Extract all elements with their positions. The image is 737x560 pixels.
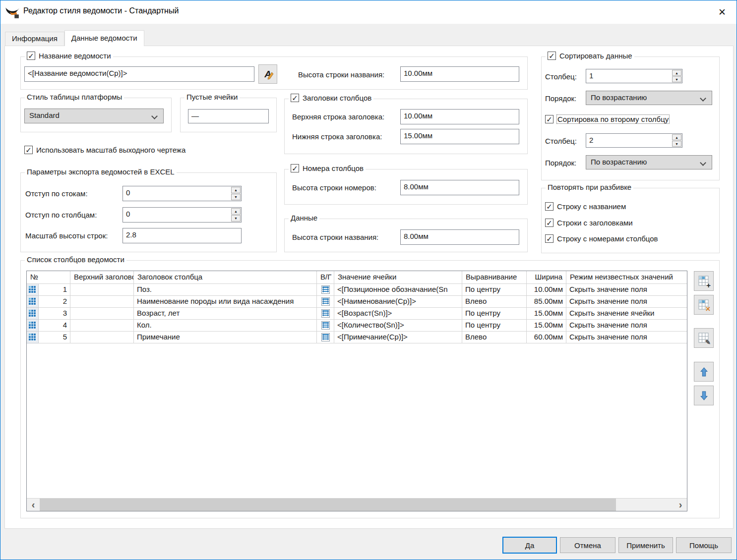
table-row[interactable]: 4Кол.<[Количество(Sn)]>По центру15.00ммС… bbox=[27, 320, 687, 332]
cell-mode[interactable]: Скрыть значение поля bbox=[566, 284, 687, 296]
cell-vg[interactable] bbox=[317, 320, 334, 332]
column-numbers-checkbox[interactable]: ✓ bbox=[291, 164, 299, 172]
sort-column1-spinner[interactable]: 1 ▲ ▼ bbox=[586, 69, 682, 83]
cell-top-header[interactable] bbox=[70, 296, 134, 308]
sort-data-checkbox[interactable]: ✓ bbox=[548, 52, 556, 60]
col-header-vg[interactable]: В/Г bbox=[317, 271, 334, 284]
delete-column-button[interactable]: ✕ bbox=[694, 295, 714, 315]
cell-value[interactable]: <[Количество(Sn)]> bbox=[334, 320, 462, 332]
spin-down-icon[interactable]: ▼ bbox=[231, 194, 241, 200]
repeat-title-checkbox[interactable]: ✓ bbox=[545, 202, 553, 211]
col-header-mode[interactable]: Режим неизвестных значений bbox=[566, 271, 687, 284]
row-header-cell[interactable] bbox=[27, 320, 39, 332]
cell-value[interactable]: <[Возраст(Sn)]> bbox=[334, 308, 462, 320]
column-headers-checkbox[interactable]: ✓ bbox=[291, 94, 299, 102]
spin-up-icon[interactable]: ▲ bbox=[672, 70, 681, 76]
cell-header[interactable]: Кол. bbox=[134, 320, 317, 332]
col-offset-spinner[interactable]: 0 ▲ ▼ bbox=[123, 207, 242, 223]
repeat-numbers-checkbox[interactable]: ✓ bbox=[545, 234, 553, 243]
spin-down-icon[interactable]: ▼ bbox=[672, 76, 681, 82]
row-height-scale-input[interactable]: 2.8 bbox=[123, 228, 242, 243]
bottom-header-row-input[interactable]: 15.00мм bbox=[400, 129, 519, 144]
sort-order1-select[interactable]: По возрастанию bbox=[586, 91, 712, 105]
spin-up-icon[interactable]: ▲ bbox=[672, 134, 681, 140]
tab-report-data[interactable]: Данные ведомости bbox=[64, 30, 144, 46]
use-output-scale-checkbox[interactable]: ✓ bbox=[24, 146, 33, 154]
horizontal-scrollbar[interactable]: ‹ › bbox=[27, 498, 687, 511]
sort-column2-spinner[interactable]: 2 ▲ ▼ bbox=[586, 133, 682, 148]
cell-mode[interactable]: Скрыть значение поля bbox=[566, 332, 687, 343]
cell-width[interactable]: 10.00мм bbox=[527, 284, 566, 296]
cancel-button[interactable]: Отмена bbox=[560, 537, 615, 553]
cell-header[interactable]: Поз. bbox=[134, 284, 317, 296]
report-name-checkbox[interactable]: ✓ bbox=[27, 52, 35, 60]
spin-down-icon[interactable]: ▼ bbox=[231, 215, 241, 222]
move-down-button[interactable] bbox=[694, 386, 714, 405]
add-column-button[interactable]: + bbox=[694, 271, 714, 291]
sort-order2-select[interactable]: По возрастанию bbox=[586, 155, 712, 169]
table-row[interactable]: 2Наименование породы или вида насаждения… bbox=[27, 296, 687, 308]
row-header-cell[interactable] bbox=[27, 332, 39, 343]
scrollbar-thumb[interactable] bbox=[40, 499, 616, 511]
scroll-right-icon[interactable]: › bbox=[674, 499, 687, 511]
cell-width[interactable]: 15.00мм bbox=[527, 308, 566, 320]
spin-up-icon[interactable]: ▲ bbox=[231, 208, 241, 215]
cell-align[interactable]: Влево bbox=[462, 332, 527, 343]
cell-top-header[interactable] bbox=[70, 308, 134, 320]
cell-top-header[interactable] bbox=[70, 284, 134, 296]
cell-width[interactable]: 85.00мм bbox=[527, 296, 566, 308]
cell-vg[interactable] bbox=[317, 296, 334, 308]
cell-num[interactable]: 5 bbox=[39, 332, 70, 343]
cell-top-header[interactable] bbox=[70, 332, 134, 343]
scroll-left-icon[interactable]: ‹ bbox=[27, 499, 40, 511]
cell-mode[interactable]: Скрыть значение поля bbox=[566, 320, 687, 332]
numbers-row-height-input[interactable]: 8.00мм bbox=[400, 180, 519, 195]
table-row[interactable]: 1Поз.<[Позиционное обозначание(SnПо цент… bbox=[27, 284, 687, 296]
row-header-cell[interactable] bbox=[27, 308, 39, 320]
empty-cells-input[interactable]: — bbox=[188, 109, 269, 123]
cell-vg[interactable] bbox=[317, 284, 334, 296]
row-offset-spinner[interactable]: 0 ▲ ▼ bbox=[123, 186, 242, 201]
cell-header[interactable]: Примечание bbox=[134, 332, 317, 343]
cell-num[interactable]: 1 bbox=[39, 284, 70, 296]
table-row[interactable]: 5Примечание<[Примечание(Ср)]>Влево60.00м… bbox=[27, 332, 687, 343]
report-name-input[interactable]: <[Название ведомости(Ср)]> bbox=[24, 66, 254, 82]
top-header-row-input[interactable]: 10.00мм bbox=[400, 109, 519, 124]
col-header-width[interactable]: Ширина bbox=[527, 271, 566, 284]
cell-header[interactable]: Возраст, лет bbox=[134, 308, 317, 320]
cell-num[interactable]: 4 bbox=[39, 320, 70, 332]
cell-width[interactable]: 15.00мм bbox=[527, 320, 566, 332]
table-row[interactable]: 3Возраст, лет<[Возраст(Sn)]>По центру15.… bbox=[27, 308, 687, 320]
cell-num[interactable]: 2 bbox=[39, 296, 70, 308]
cell-num[interactable]: 3 bbox=[39, 308, 70, 320]
col-header-top-header[interactable]: Верхний заголовок bbox=[70, 271, 134, 284]
move-up-button[interactable] bbox=[694, 362, 714, 382]
font-button[interactable]: A bbox=[258, 64, 277, 84]
data-row-height-input[interactable]: 8.00мм bbox=[400, 229, 519, 245]
platform-style-select[interactable]: Standard bbox=[24, 109, 164, 123]
row-header-cell[interactable] bbox=[27, 296, 39, 308]
col-header-header[interactable]: Заголовок столбца bbox=[134, 271, 317, 284]
row-header-cell[interactable] bbox=[27, 284, 39, 296]
col-header-align[interactable]: Выравнивание bbox=[462, 271, 527, 284]
cell-align[interactable]: По центру bbox=[462, 284, 527, 296]
col-header-num[interactable]: № bbox=[27, 271, 70, 284]
cell-top-header[interactable] bbox=[70, 320, 134, 332]
cell-value[interactable]: <[Примечание(Ср)]> bbox=[334, 332, 462, 343]
help-button[interactable]: Помощь bbox=[676, 537, 732, 553]
cell-align[interactable]: По центру bbox=[462, 320, 527, 332]
edit-column-button[interactable]: ✎ bbox=[694, 328, 714, 348]
cell-header[interactable]: Наименование породы или вида насаждения bbox=[134, 296, 317, 308]
cell-value[interactable]: <[Наименование(Ср)]> bbox=[334, 296, 462, 308]
spin-down-icon[interactable]: ▼ bbox=[672, 141, 681, 147]
cell-mode[interactable]: Скрыть значение поля bbox=[566, 296, 687, 308]
tab-information[interactable]: Информация bbox=[5, 32, 64, 46]
repeat-headers-checkbox[interactable]: ✓ bbox=[545, 219, 553, 227]
cell-mode[interactable]: Скрыть значение ячейки bbox=[566, 308, 687, 320]
close-icon[interactable]: ✕ bbox=[714, 4, 731, 19]
cell-value[interactable]: <[Позиционное обозначание(Sn bbox=[334, 284, 462, 296]
cell-width[interactable]: 60.00мм bbox=[527, 332, 566, 343]
apply-button[interactable]: Применить bbox=[618, 537, 673, 553]
second-sort-checkbox[interactable]: ✓ bbox=[545, 115, 553, 123]
title-row-height-input[interactable]: 10.00мм bbox=[400, 66, 519, 82]
